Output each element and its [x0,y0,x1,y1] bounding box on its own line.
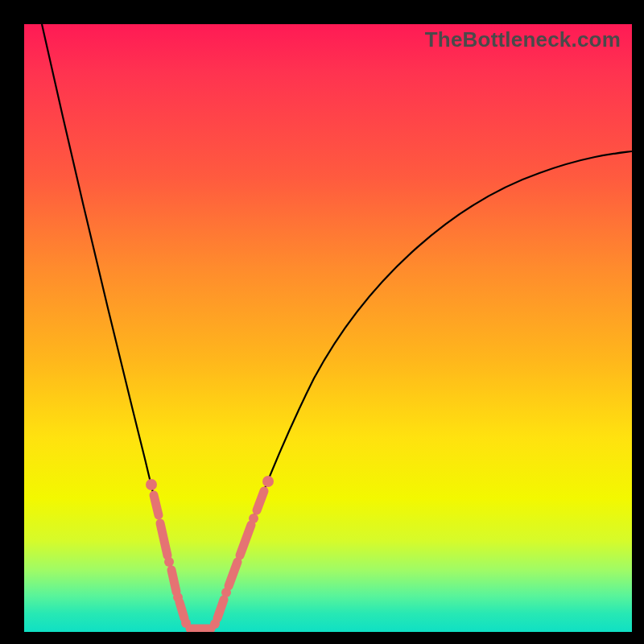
svg-point-0 [146,479,157,490]
svg-point-7 [262,476,274,487]
chart-frame: TheBottleneck.com [0,0,644,644]
svg-point-6 [249,514,258,523]
svg-point-1 [164,557,174,567]
curve-right-branch [213,151,632,630]
plot-area: TheBottleneck.com [24,24,632,632]
beads-left [146,479,191,628]
curve-layer [24,24,632,632]
beads-right [210,476,274,629]
